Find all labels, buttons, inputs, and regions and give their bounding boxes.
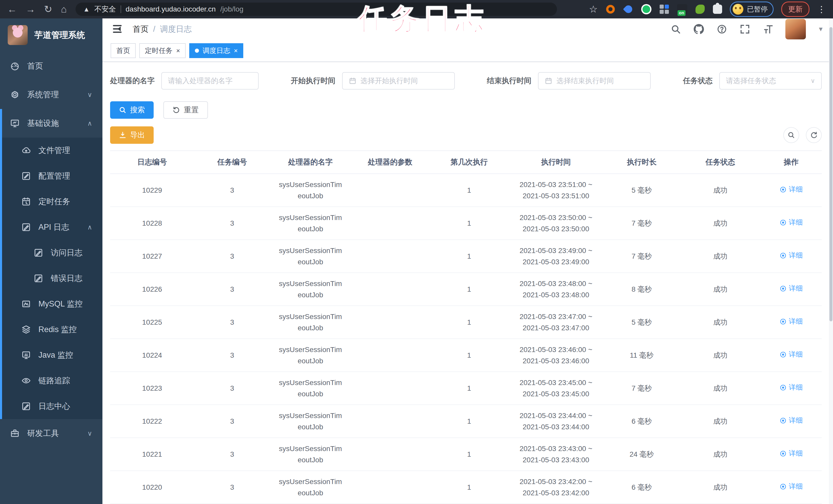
reload-icon[interactable]: ↻: [44, 4, 52, 14]
sidebar-item-定时任务[interactable]: 定时任务: [2, 189, 102, 215]
sidebar-item-系统管理[interactable]: 系统管理∨: [0, 80, 102, 109]
param-cell: [351, 306, 429, 339]
detail-link[interactable]: 详细: [780, 316, 803, 327]
mysql-icon: [21, 299, 31, 309]
tab-定时任务[interactable]: 定时任务×: [139, 43, 186, 58]
detail-link[interactable]: 详细: [780, 250, 803, 261]
tab-label: 调度日志: [203, 46, 230, 55]
font-size-icon[interactable]: [762, 24, 774, 35]
detail-link[interactable]: 详细: [780, 217, 803, 228]
sidebar-item-Redis 监控[interactable]: Redis 监控: [2, 317, 102, 342]
sidebar-item-Java 监控[interactable]: Java 监控: [2, 342, 102, 368]
export-button[interactable]: 导出: [110, 126, 153, 144]
log-id-cell: 10228: [110, 207, 194, 240]
filter-input[interactable]: [168, 77, 252, 85]
browser-menu-icon[interactable]: ⋮: [817, 4, 826, 14]
hamburger-icon[interactable]: [112, 23, 123, 35]
action-cell: 详细: [761, 339, 822, 372]
sidebar-item-访问日志[interactable]: 访问日志: [2, 240, 102, 266]
refresh-table-button[interactable]: [806, 127, 822, 143]
sidebar-item-首页[interactable]: 首页: [0, 52, 102, 80]
browser-update-button[interactable]: 更新: [781, 2, 809, 17]
home-icon[interactable]: ⌂: [61, 4, 67, 14]
sidebar-item-日志中心[interactable]: 日志中心: [2, 394, 102, 419]
close-icon[interactable]: ×: [176, 47, 180, 54]
user-avatar[interactable]: [785, 19, 806, 40]
sidebar-item-基础设施[interactable]: 基础设施∧: [2, 109, 102, 137]
tab-调度日志[interactable]: 调度日志×: [189, 43, 243, 58]
detail-link[interactable]: 详细: [780, 481, 803, 492]
extension-drop-icon[interactable]: [623, 4, 634, 14]
detail-link[interactable]: 详细: [780, 382, 803, 393]
sidebar-item-API 日志[interactable]: API 日志∧: [2, 215, 102, 240]
address-bar[interactable]: ▲ 不安全 dashboard.yudao.iocoder.cn/job/log: [75, 3, 557, 16]
input-处理器的名字[interactable]: [161, 72, 259, 90]
search-icon[interactable]: [670, 24, 682, 35]
log-id-cell: 10224: [110, 339, 194, 372]
chevron-up-icon: ∧: [87, 223, 92, 231]
breadcrumb-separator: /: [153, 25, 156, 34]
log-edit-icon: [21, 401, 31, 411]
extension-grid-icon[interactable]: [659, 4, 669, 14]
toggle-search-button[interactable]: [783, 127, 799, 143]
sidebar-item-研发工具[interactable]: 研发工具∨: [0, 419, 102, 448]
count-cell: 1: [430, 372, 508, 405]
fullscreen-icon[interactable]: [739, 24, 751, 35]
close-icon[interactable]: ×: [234, 47, 238, 54]
detail-link[interactable]: 详细: [780, 184, 803, 195]
chevron-down-icon[interactable]: ▼: [818, 26, 824, 33]
forward-icon[interactable]: →: [26, 4, 35, 14]
filter-input[interactable]: [726, 77, 806, 85]
select-任务状态[interactable]: ∨: [719, 72, 822, 90]
extension-leaf-icon[interactable]: [695, 4, 705, 14]
profile-paused-badge[interactable]: 已暂停: [730, 2, 774, 17]
eye-icon: [780, 219, 787, 226]
breadcrumb-home[interactable]: 首页: [133, 24, 148, 34]
url-host: dashboard.yudao.iocoder.cn: [126, 5, 216, 13]
refresh-icon: [173, 106, 180, 114]
extension-green-icon[interactable]: [641, 4, 651, 14]
edit-icon: [21, 171, 31, 181]
tab-首页[interactable]: 首页: [111, 43, 136, 58]
input-结束执行时间[interactable]: [538, 72, 651, 90]
sidebar-item-错误日志[interactable]: 错误日志: [2, 266, 102, 291]
sidebar-item-MySQL 监控[interactable]: MySQL 监控: [2, 291, 102, 317]
handler-cell: sysUserSessionTimeoutJob: [270, 273, 351, 306]
help-icon[interactable]: [716, 24, 728, 35]
scrollbar-thumb[interactable]: [829, 27, 832, 321]
sidebar-item-配置管理[interactable]: 配置管理: [2, 163, 102, 189]
filter-input[interactable]: [360, 77, 448, 85]
detail-link[interactable]: 详细: [780, 448, 803, 459]
filter-input[interactable]: [556, 77, 644, 85]
sidebar-item-label: Redis 监控: [39, 324, 77, 335]
sidebar-item-链路追踪[interactable]: 链路追踪: [2, 368, 102, 394]
detail-link[interactable]: 详细: [780, 349, 803, 360]
detail-link-label: 详细: [789, 217, 803, 228]
input-开始执行时间[interactable]: [342, 72, 455, 90]
reset-button-label: 重置: [184, 105, 199, 115]
extension-donut-icon[interactable]: [605, 4, 616, 14]
extension-on-icon[interactable]: on: [677, 4, 687, 14]
extensions-puzzle-icon[interactable]: [713, 5, 722, 14]
github-icon[interactable]: [693, 24, 705, 35]
detail-link[interactable]: 详细: [780, 283, 803, 294]
detail-link[interactable]: 详细: [780, 415, 803, 426]
filter-label: 任务状态: [683, 76, 713, 86]
detail-link-label: 详细: [789, 250, 803, 261]
param-cell: [351, 471, 429, 504]
handler-cell: sysUserSessionTimeoutJob: [270, 471, 351, 504]
handler-cell: sysUserSessionTimeoutJob: [270, 306, 351, 339]
page-scrollbar[interactable]: [829, 19, 833, 504]
search-button[interactable]: 搜索: [110, 101, 153, 119]
eye-icon: [780, 384, 787, 391]
sidebar-item-文件管理[interactable]: 文件管理: [2, 137, 102, 163]
address-divider: [121, 5, 121, 13]
back-icon[interactable]: ←: [7, 4, 17, 14]
reset-button[interactable]: 重置: [163, 101, 208, 119]
redis-icon: [21, 324, 31, 335]
app-logo-row[interactable]: 芋道管理系统: [0, 19, 102, 52]
sidebar-menu: 首页系统管理∨基础设施∧文件管理配置管理定时任务API 日志∧访问日志错误日志M…: [0, 52, 102, 448]
status-cell: 成功: [680, 339, 761, 372]
detail-link-label: 详细: [789, 316, 803, 327]
bookmark-star-icon[interactable]: ☆: [589, 4, 598, 15]
